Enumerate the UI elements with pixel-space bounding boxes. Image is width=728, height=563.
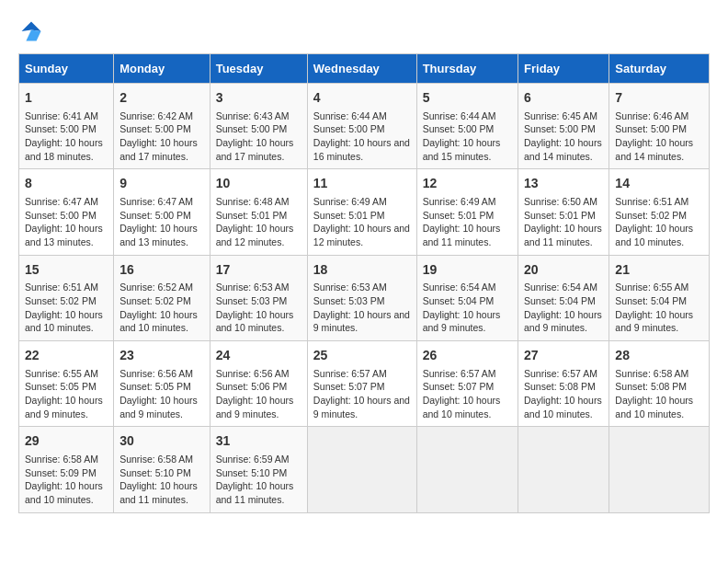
- day-number: 9: [119, 175, 204, 193]
- day-info: Sunrise: 6:52 AM Sunset: 5:02 PM Dayligh…: [119, 281, 204, 335]
- day-number: 6: [524, 89, 603, 108]
- day-number: 29: [25, 432, 108, 451]
- day-info: Sunrise: 6:47 AM Sunset: 5:00 PM Dayligh…: [119, 195, 204, 249]
- day-info: Sunrise: 6:55 AM Sunset: 5:04 PM Dayligh…: [615, 281, 703, 335]
- day-number: 10: [216, 175, 301, 193]
- calendar-header-row: SundayMondayTuesdayWednesdayThursdayFrid…: [19, 54, 710, 84]
- day-number: 22: [25, 347, 108, 365]
- calendar-cell: 16Sunrise: 6:52 AM Sunset: 5:02 PM Dayli…: [114, 255, 210, 340]
- calendar-cell: 20Sunrise: 6:54 AM Sunset: 5:04 PM Dayli…: [518, 255, 609, 340]
- day-info: Sunrise: 6:50 AM Sunset: 5:01 PM Dayligh…: [524, 195, 603, 249]
- day-info: Sunrise: 6:58 AM Sunset: 5:08 PM Dayligh…: [615, 367, 703, 421]
- day-info: Sunrise: 6:46 AM Sunset: 5:00 PM Dayligh…: [615, 109, 703, 164]
- day-number: 20: [524, 261, 603, 280]
- day-info: Sunrise: 6:41 AM Sunset: 5:00 PM Dayligh…: [25, 109, 108, 164]
- calendar-cell: 4Sunrise: 6:44 AM Sunset: 5:00 PM Daylig…: [307, 84, 416, 169]
- calendar-cell: 27Sunrise: 6:57 AM Sunset: 5:08 PM Dayli…: [518, 341, 609, 427]
- day-number: 15: [25, 261, 108, 280]
- day-info: Sunrise: 6:57 AM Sunset: 5:07 PM Dayligh…: [423, 367, 512, 421]
- logo: [18, 18, 48, 44]
- day-info: Sunrise: 6:54 AM Sunset: 5:04 PM Dayligh…: [524, 281, 603, 335]
- col-header-tuesday: Tuesday: [210, 54, 307, 84]
- calendar-table: SundayMondayTuesdayWednesdayThursdayFrid…: [18, 53, 710, 513]
- calendar-cell: 6Sunrise: 6:45 AM Sunset: 5:00 PM Daylig…: [518, 84, 609, 169]
- day-info: Sunrise: 6:58 AM Sunset: 5:10 PM Dayligh…: [119, 453, 204, 507]
- calendar-cell: 31Sunrise: 6:59 AM Sunset: 5:10 PM Dayli…: [210, 427, 307, 512]
- day-info: Sunrise: 6:55 AM Sunset: 5:05 PM Dayligh…: [25, 367, 108, 421]
- calendar-cell: 19Sunrise: 6:54 AM Sunset: 5:04 PM Dayli…: [416, 255, 518, 340]
- day-info: Sunrise: 6:58 AM Sunset: 5:09 PM Dayligh…: [25, 453, 108, 507]
- day-info: Sunrise: 6:57 AM Sunset: 5:07 PM Dayligh…: [313, 367, 411, 421]
- day-number: 28: [615, 347, 703, 365]
- calendar-cell: 21Sunrise: 6:55 AM Sunset: 5:04 PM Dayli…: [609, 255, 710, 340]
- day-info: Sunrise: 6:48 AM Sunset: 5:01 PM Dayligh…: [216, 195, 301, 249]
- calendar-cell: 1Sunrise: 6:41 AM Sunset: 5:00 PM Daylig…: [19, 84, 114, 169]
- calendar-cell: 23Sunrise: 6:56 AM Sunset: 5:05 PM Dayli…: [114, 341, 210, 427]
- calendar-week-row: 1Sunrise: 6:41 AM Sunset: 5:00 PM Daylig…: [19, 84, 710, 169]
- svg-marker-1: [26, 30, 40, 41]
- calendar-cell: 22Sunrise: 6:55 AM Sunset: 5:05 PM Dayli…: [19, 341, 114, 427]
- calendar-cell: 13Sunrise: 6:50 AM Sunset: 5:01 PM Dayli…: [518, 169, 609, 255]
- calendar-cell: 7Sunrise: 6:46 AM Sunset: 5:00 PM Daylig…: [609, 84, 710, 169]
- col-header-friday: Friday: [518, 54, 609, 84]
- calendar-cell: 28Sunrise: 6:58 AM Sunset: 5:08 PM Dayli…: [609, 341, 710, 427]
- calendar-week-row: 29Sunrise: 6:58 AM Sunset: 5:09 PM Dayli…: [19, 427, 710, 512]
- day-number: 23: [119, 347, 204, 365]
- day-number: 7: [615, 89, 703, 108]
- calendar-cell: 24Sunrise: 6:56 AM Sunset: 5:06 PM Dayli…: [210, 341, 307, 427]
- calendar-cell: 8Sunrise: 6:47 AM Sunset: 5:00 PM Daylig…: [19, 169, 114, 255]
- calendar-cell: 14Sunrise: 6:51 AM Sunset: 5:02 PM Dayli…: [609, 169, 710, 255]
- day-info: Sunrise: 6:47 AM Sunset: 5:00 PM Dayligh…: [25, 195, 108, 249]
- calendar-cell: 2Sunrise: 6:42 AM Sunset: 5:00 PM Daylig…: [114, 84, 210, 169]
- day-number: 3: [216, 89, 301, 108]
- day-number: 2: [119, 89, 204, 108]
- day-number: 14: [615, 175, 703, 193]
- day-info: Sunrise: 6:45 AM Sunset: 5:00 PM Dayligh…: [524, 109, 603, 164]
- day-info: Sunrise: 6:59 AM Sunset: 5:10 PM Dayligh…: [216, 453, 301, 507]
- day-number: 21: [615, 261, 703, 280]
- calendar-cell: 9Sunrise: 6:47 AM Sunset: 5:00 PM Daylig…: [114, 169, 210, 255]
- day-number: 17: [216, 261, 301, 280]
- day-number: 4: [313, 89, 411, 108]
- day-number: 31: [216, 432, 301, 451]
- calendar-cell: 15Sunrise: 6:51 AM Sunset: 5:02 PM Dayli…: [19, 255, 114, 340]
- calendar-cell: 26Sunrise: 6:57 AM Sunset: 5:07 PM Dayli…: [416, 341, 518, 427]
- day-info: Sunrise: 6:51 AM Sunset: 5:02 PM Dayligh…: [25, 281, 108, 335]
- day-info: Sunrise: 6:53 AM Sunset: 5:03 PM Dayligh…: [313, 281, 411, 335]
- day-number: 12: [423, 175, 512, 193]
- day-number: 24: [216, 347, 301, 365]
- day-info: Sunrise: 6:49 AM Sunset: 5:01 PM Dayligh…: [423, 195, 512, 249]
- day-number: 8: [25, 175, 108, 193]
- day-number: 1: [25, 89, 108, 108]
- calendar-cell: [518, 427, 609, 512]
- calendar-cell: 12Sunrise: 6:49 AM Sunset: 5:01 PM Dayli…: [416, 169, 518, 255]
- day-info: Sunrise: 6:44 AM Sunset: 5:00 PM Dayligh…: [313, 109, 411, 164]
- day-number: 5: [423, 89, 512, 108]
- day-info: Sunrise: 6:56 AM Sunset: 5:05 PM Dayligh…: [119, 367, 204, 421]
- calendar-cell: 17Sunrise: 6:53 AM Sunset: 5:03 PM Dayli…: [210, 255, 307, 340]
- day-info: Sunrise: 6:53 AM Sunset: 5:03 PM Dayligh…: [216, 281, 301, 335]
- day-number: 11: [313, 175, 411, 193]
- page-header: [18, 18, 710, 44]
- col-header-saturday: Saturday: [609, 54, 710, 84]
- day-number: 18: [313, 261, 411, 280]
- day-info: Sunrise: 6:54 AM Sunset: 5:04 PM Dayligh…: [423, 281, 512, 335]
- calendar-cell: 10Sunrise: 6:48 AM Sunset: 5:01 PM Dayli…: [210, 169, 307, 255]
- col-header-wednesday: Wednesday: [307, 54, 416, 84]
- day-info: Sunrise: 6:42 AM Sunset: 5:00 PM Dayligh…: [119, 109, 204, 164]
- calendar-cell: 5Sunrise: 6:44 AM Sunset: 5:00 PM Daylig…: [416, 84, 518, 169]
- calendar-week-row: 22Sunrise: 6:55 AM Sunset: 5:05 PM Dayli…: [19, 341, 710, 427]
- calendar-cell: 11Sunrise: 6:49 AM Sunset: 5:01 PM Dayli…: [307, 169, 416, 255]
- calendar-cell: 18Sunrise: 6:53 AM Sunset: 5:03 PM Dayli…: [307, 255, 416, 340]
- calendar-cell: [609, 427, 710, 512]
- col-header-monday: Monday: [114, 54, 210, 84]
- calendar-cell: 29Sunrise: 6:58 AM Sunset: 5:09 PM Dayli…: [19, 427, 114, 512]
- day-info: Sunrise: 6:49 AM Sunset: 5:01 PM Dayligh…: [313, 195, 411, 249]
- calendar-cell: 30Sunrise: 6:58 AM Sunset: 5:10 PM Dayli…: [114, 427, 210, 512]
- day-info: Sunrise: 6:43 AM Sunset: 5:00 PM Dayligh…: [216, 109, 301, 164]
- day-number: 13: [524, 175, 603, 193]
- day-info: Sunrise: 6:44 AM Sunset: 5:00 PM Dayligh…: [423, 109, 512, 164]
- day-number: 26: [423, 347, 512, 365]
- day-number: 16: [119, 261, 204, 280]
- day-info: Sunrise: 6:57 AM Sunset: 5:08 PM Dayligh…: [524, 367, 603, 421]
